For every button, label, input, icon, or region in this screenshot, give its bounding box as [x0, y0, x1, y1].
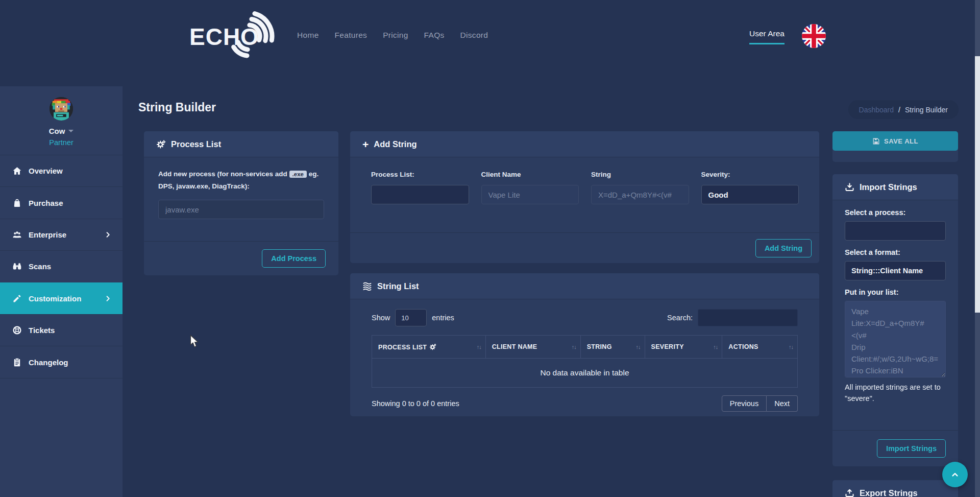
string-list-card-body: Show entries Search: PROCESS LIST ↑↓ CLI… — [350, 299, 819, 416]
page-title: String Builder — [138, 101, 216, 114]
breadcrumb-dashboard-link[interactable]: Dashboard — [859, 106, 894, 114]
import-format-select[interactable]: String:::Client Name — [845, 261, 946, 280]
pencil-icon — [12, 294, 22, 303]
cogs-icon — [429, 343, 436, 350]
profile-block: Cow Partner — [0, 86, 122, 147]
import-strings-card-footer: Import Strings — [832, 430, 958, 466]
show-label: Show — [372, 314, 390, 322]
breadcrumb-separator: / — [898, 106, 900, 114]
string-list-card-header: String List — [350, 273, 819, 299]
echo-logo-icon: ECHO — [188, 6, 286, 63]
nav-link-home[interactable]: Home — [297, 31, 319, 40]
nav-link-faqs[interactable]: FAQs — [424, 31, 445, 40]
username-dropdown[interactable]: Cow — [49, 127, 74, 135]
import-list-textarea[interactable]: Vape Lite:X=dD_a+Qm8Y#<(v# Drip Client:#… — [845, 301, 946, 377]
next-page-button[interactable]: Next — [767, 395, 798, 412]
process-list-card-header: Process List — [144, 131, 338, 157]
string-input[interactable] — [591, 185, 689, 204]
sidebar-item-label: Tickets — [29, 326, 55, 335]
uk-flag-icon[interactable] — [802, 24, 826, 48]
stream-icon — [362, 281, 372, 291]
column-label: ACTIONS — [728, 343, 758, 350]
add-string-button[interactable]: Add String — [755, 239, 812, 257]
export-strings-card-header: Export Strings — [832, 480, 958, 497]
echo-logo[interactable]: ECHO — [188, 6, 286, 63]
process-list-select-label: Process List: — [371, 171, 469, 178]
new-process-input[interactable] — [158, 200, 324, 219]
nav-link-discord[interactable]: Discord — [460, 31, 488, 40]
string-field: String — [591, 171, 689, 232]
page-scrollbar-thumb[interactable] — [975, 56, 980, 313]
cogs-icon — [156, 139, 166, 149]
column-header-actions[interactable]: ACTIONS ↑↓ — [722, 336, 798, 359]
save-all-button[interactable]: SAVE ALL — [832, 131, 958, 151]
exe-kbd: .exe — [289, 171, 307, 178]
add-string-card-title: Add String — [374, 139, 416, 149]
process-list-card-body: Add new process (for non-services add .e… — [144, 157, 338, 241]
column-header-severity[interactable]: SEVERITY ↑↓ — [645, 336, 722, 359]
column-header-client-name[interactable]: CLIENT NAME ↑↓ — [485, 336, 580, 359]
client-name-input[interactable] — [481, 185, 579, 204]
table-controls: Show entries Search: — [372, 309, 798, 326]
column-header-process-list[interactable]: PROCESS LIST ↑↓ — [372, 336, 486, 359]
sidebar-item-overview[interactable]: Overview — [0, 155, 122, 186]
add-process-button[interactable]: Add Process — [262, 249, 326, 268]
sidebar-item-enterprise[interactable]: Enterprise — [0, 219, 122, 250]
sort-icon: ↑↓ — [636, 344, 641, 350]
export-strings-card-title: Export Strings — [860, 488, 918, 497]
user-area-link[interactable]: User Area — [749, 29, 785, 44]
chevron-right-icon — [105, 231, 111, 238]
sidebar-item-scans[interactable]: Scans — [0, 250, 122, 282]
sidebar-item-tickets[interactable]: Tickets — [0, 314, 122, 346]
save-icon — [872, 137, 880, 145]
process-list-field: Process List: — [371, 171, 469, 232]
import-strings-button[interactable]: Import Strings — [877, 439, 946, 458]
caret-down-icon — [68, 130, 74, 132]
import-process-select[interactable] — [845, 221, 946, 241]
string-list-table: PROCESS LIST ↑↓ CLIENT NAME ↑↓ STRING ↑↓… — [372, 335, 798, 388]
save-all-label: SAVE ALL — [884, 137, 918, 145]
process-list-card-footer: Add Process — [144, 241, 338, 275]
entries-count-input[interactable] — [395, 309, 427, 326]
severity-select-label: Severity: — [701, 171, 799, 178]
import-strings-card-body: Select a process: Select a format: Strin… — [832, 200, 958, 411]
import-note: All imported strings are set to "severe"… — [845, 382, 946, 405]
string-label: String — [591, 171, 689, 178]
users-icon — [12, 230, 22, 240]
process-list-select[interactable] — [371, 185, 469, 204]
main-nav: Home Features Pricing FAQs Discord — [297, 31, 488, 40]
process-description-prefix: Add new process (for non-services add — [158, 170, 287, 178]
column-header-string[interactable]: STRING ↑↓ — [580, 336, 645, 359]
severity-select[interactable]: Good — [701, 185, 799, 204]
sidebar-item-label: Overview — [29, 167, 63, 175]
add-string-card-footer: Add String — [350, 232, 819, 263]
chevron-right-icon — [105, 295, 111, 302]
search-input[interactable] — [698, 309, 798, 326]
string-builder-page: { "colors": { "background": "#253353", "… — [0, 0, 980, 497]
binoculars-icon — [12, 262, 22, 271]
sidebar-item-customization[interactable]: Customization — [0, 282, 122, 314]
sidebar-item-label: Changelog — [29, 358, 68, 367]
sort-icon: ↑↓ — [477, 344, 481, 350]
table-status: Showing 0 to 0 of 0 entries — [372, 399, 459, 408]
plus-icon: + — [362, 139, 369, 149]
sidebar-item-label: Scans — [29, 262, 51, 271]
avatar[interactable] — [50, 97, 73, 121]
previous-page-button[interactable]: Previous — [722, 395, 767, 412]
sidebar-item-label: Purchase — [29, 199, 63, 207]
string-list-card-title: String List — [377, 281, 419, 291]
life-ring-icon — [12, 325, 22, 335]
nav-link-features[interactable]: Features — [335, 31, 368, 40]
table-footer: Showing 0 to 0 of 0 entries Previous Nex… — [372, 395, 798, 412]
add-string-card-header: + Add String — [350, 131, 819, 157]
add-string-card: + Add String Process List: Client Name S… — [350, 131, 819, 263]
sidebar-item-label: Enterprise — [29, 230, 66, 239]
username-text: Cow — [49, 127, 65, 135]
nav-link-pricing[interactable]: Pricing — [383, 31, 408, 40]
sidebar-item-changelog[interactable]: Changelog — [0, 346, 122, 377]
sidebar-item-purchase[interactable]: Purchase — [0, 186, 122, 218]
mouse-cursor — [190, 335, 200, 350]
empty-table-message: No data available in table — [372, 359, 798, 388]
scroll-to-top-button[interactable] — [942, 462, 968, 487]
sidebar: Cow Partner Overview Purchase Enterprise… — [0, 86, 122, 497]
